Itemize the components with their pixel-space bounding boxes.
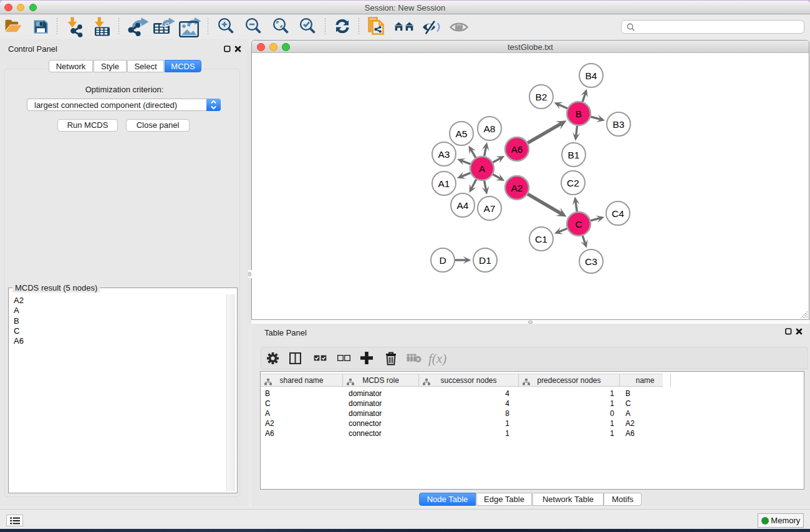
svg-text:A6: A6	[511, 143, 523, 154]
svg-text:D: D	[439, 254, 446, 265]
svg-text:B4: B4	[585, 70, 597, 80]
svg-text:A3: A3	[438, 148, 450, 159]
svg-text:C3: C3	[585, 256, 597, 266]
svg-text:C2: C2	[567, 177, 579, 188]
svg-text:B3: B3	[612, 118, 624, 129]
svg-text:A1: A1	[438, 178, 450, 188]
svg-text:A2: A2	[511, 182, 523, 193]
svg-text:B1: B1	[567, 149, 579, 160]
svg-text:D1: D1	[479, 254, 491, 265]
svg-text:A5: A5	[455, 128, 467, 138]
svg-text:A7: A7	[483, 203, 495, 213]
svg-text:A4: A4	[456, 200, 468, 210]
svg-text:B: B	[575, 108, 581, 118]
svg-text:A8: A8	[483, 123, 495, 133]
svg-text:B2: B2	[535, 91, 547, 102]
svg-text:C1: C1	[535, 233, 547, 244]
svg-text:C4: C4	[612, 208, 624, 218]
svg-text:C: C	[575, 218, 582, 229]
svg-text:A: A	[478, 163, 485, 173]
